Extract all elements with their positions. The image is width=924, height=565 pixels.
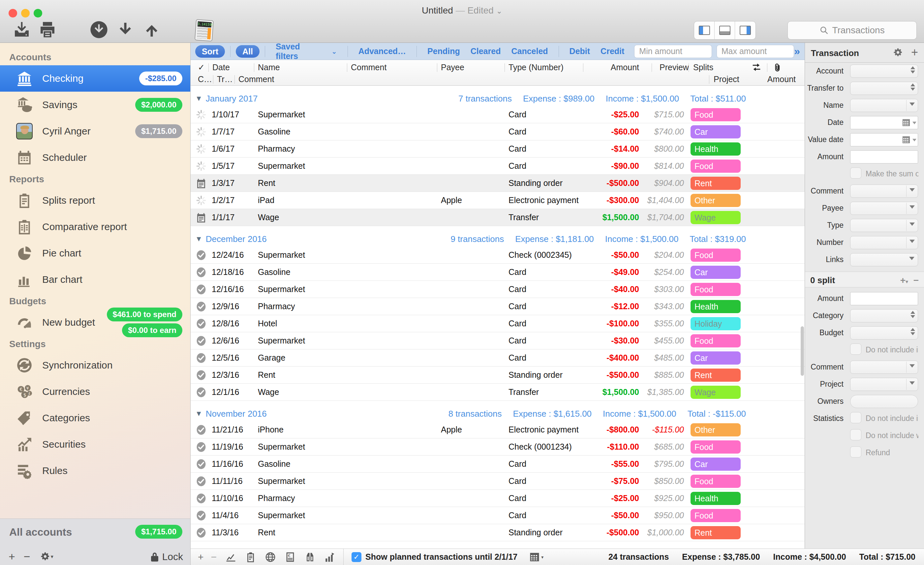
transfer-column-icon[interactable] [751,62,762,72]
toggle-inspector-button[interactable] [735,21,756,39]
transaction-row[interactable]: 11/11/16SupermarketCard-$75.00$850.00Foo… [190,473,805,490]
type-combo[interactable] [850,219,918,232]
sidebar-item-cyril-anger[interactable]: Cyril Anger$1,715.00 [0,118,190,144]
status-pending-icon[interactable] [190,126,212,138]
links-dropdown[interactable] [850,253,918,266]
category-pill[interactable]: Other [690,194,741,207]
transaction-row[interactable]: 1/10/17SupermarketCard-$25.00$715.00Food [190,106,805,123]
saved-filters-menu[interactable]: Saved filters [276,42,324,61]
category-stepper[interactable] [850,309,918,322]
print-icon[interactable] [38,21,57,39]
payee-combo[interactable] [850,202,918,215]
transaction-row[interactable]: 12/6/16SupermarketCard-$30.00$455.00Food [190,332,805,349]
filter-pending-button[interactable]: Pending [428,46,460,56]
currency-document-icon[interactable]: € [285,552,296,563]
make-the-sum-of-checkbox[interactable] [850,168,861,179]
status-cleared-icon[interactable] [190,284,212,295]
col2-c[interactable]: C… [198,75,212,84]
saved-filters-chevron-icon[interactable]: ⌄ [332,48,337,55]
compare-icon[interactable] [304,552,316,563]
statistics-checkbox[interactable] [850,412,861,423]
refund-checkbox[interactable] [850,446,861,457]
sidebar-item-new-budget[interactable]: New budget$461.00 to spend$0.00 to earn [0,309,190,336]
status-cleared-icon[interactable] [190,441,212,453]
add-split-button[interactable]: + [900,275,906,285]
collapse-triangle-icon[interactable]: ▼ [195,94,202,103]
status-cleared-icon[interactable] [190,318,212,329]
status-pending-icon[interactable] [190,143,212,154]
amount-input[interactable] [850,150,918,163]
sidebar-item-savings[interactable]: Savings$2,000.00 [0,91,190,118]
import-icon[interactable] [90,21,108,39]
sidebar-item-synchronization[interactable]: Synchronization [0,352,190,378]
inspector-add-button[interactable]: + [911,45,918,59]
category-pill[interactable]: Health [690,142,741,156]
collapse-triangle-icon[interactable]: ▼ [195,235,202,243]
category-pill[interactable]: Food [690,283,741,296]
amount-input[interactable] [850,292,918,305]
transaction-row[interactable]: 11/19/16SupermarketCheck (0001234)-$110.… [190,438,805,456]
category-pill[interactable]: Rent [690,177,741,190]
filter-canceled-button[interactable]: Canceled [511,46,548,56]
account-actions-menu[interactable]: ▾ [40,552,53,561]
balance-graph-icon[interactable] [225,552,237,563]
status-pending-icon[interactable] [190,195,212,206]
status-cleared-icon[interactable] [190,424,212,435]
transaction-row[interactable]: 12/24/16SupermarketCheck (0002345)-$50.0… [190,247,805,264]
transaction-row[interactable]: 11/16/16GasolineCard-$55.00$795.00Car [190,456,805,473]
web-icon[interactable] [265,552,276,563]
category-pill[interactable]: Rent [690,369,741,382]
transfer-to-stepper[interactable] [850,82,918,95]
transaction-row[interactable]: 12/5/16GarageCard-$400.00$485.00Car [190,349,805,367]
transaction-row[interactable]: 1/7/17GasolineCard-$60.00$740.00Car [190,123,805,141]
col-amount[interactable]: Amount [611,63,639,72]
sidebar-item-bar-chart[interactable]: Bar chart [0,266,190,293]
col-date[interactable]: Date [212,63,230,72]
search-input[interactable]: Transactions [788,21,917,40]
category-pill[interactable]: Car [690,457,741,471]
col-check[interactable]: ✓ [198,63,205,72]
sidebar-item-rules[interactable]: Rules [0,457,190,484]
comment-combo[interactable] [850,184,918,198]
status-cleared-icon[interactable] [190,267,212,278]
category-pill[interactable]: Food [690,475,741,488]
sidebar-item-checking[interactable]: Checking-$285.00 [0,65,190,91]
status-cleared-icon[interactable] [190,459,212,470]
status-cleared-icon[interactable] [190,476,212,487]
remove-account-button[interactable]: − [24,550,30,563]
transaction-row[interactable]: 12/3/16RentStanding order-$500.00$885.00… [190,367,805,384]
category-pill[interactable]: Rent [690,526,741,539]
transaction-row[interactable]: 1/3/17RentStanding order-$500.00$904.00R… [190,175,805,192]
category-pill[interactable]: Food [690,441,741,454]
more-filters-button[interactable]: » [794,45,799,57]
lock-button[interactable]: Lock [150,551,183,562]
status-pending-icon[interactable] [190,109,212,120]
add-account-button[interactable]: + [9,550,15,563]
upload-icon[interactable] [142,21,161,39]
group-header[interactable]: ▼December 20169 transactionsExpense : $1… [190,231,805,247]
transaction-row[interactable]: 11/10/16PharmacyCard-$25.00$925.00Health [190,490,805,507]
save-icon[interactable] [12,21,31,39]
sidebar-item-categories[interactable]: Categories [0,405,190,431]
sidebar-item-currencies[interactable]: €¥$£Currencies [0,378,190,405]
category-pill[interactable]: Car [690,125,741,138]
date-datepicker[interactable] [850,116,918,129]
report-icon[interactable] [245,552,256,563]
category-pill[interactable]: Holiday [690,317,741,330]
sidebar-item-scheduler[interactable]: Scheduler [0,144,190,171]
owners-field[interactable] [850,395,918,408]
status-cleared-icon[interactable] [190,493,212,504]
col-name[interactable]: Name [258,63,280,72]
status-planned-icon[interactable] [190,212,212,223]
status-cleared-icon[interactable] [190,335,212,346]
status-cleared-icon[interactable] [190,352,212,364]
project-combo[interactable] [850,378,918,391]
status-cleared-icon[interactable] [190,510,212,521]
category-pill[interactable]: Other [690,423,741,436]
status-planned-icon[interactable] [190,178,212,189]
transaction-row[interactable]: 11/3/16RentStanding order-$500.00$1,000.… [190,524,805,541]
download-icon[interactable] [116,21,135,39]
col2-comment[interactable]: Comment [238,75,274,84]
transaction-row[interactable]: 12/16/16SupermarketCard-$40.00$303.00Foo… [190,281,805,298]
value-date-datepicker[interactable] [850,133,918,146]
